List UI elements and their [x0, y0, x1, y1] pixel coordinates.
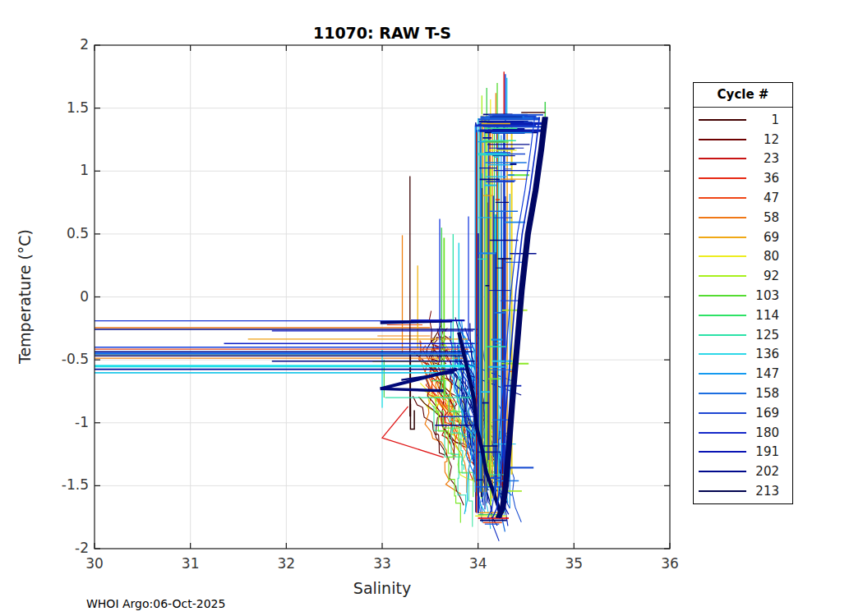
legend-entry: 114 [694, 306, 792, 325]
x-tick-label: 36 [661, 555, 679, 572]
legend-entry: 23 [694, 149, 792, 169]
y-tick-label: 1.5 [31, 99, 89, 116]
legend-line-sample [699, 490, 746, 492]
legend-entry-label: 180 [746, 425, 792, 440]
legend-box: Cycle # 11223364758698092103114125136147… [693, 82, 793, 504]
legend-line-sample [699, 432, 746, 434]
legend-line-sample [699, 412, 746, 414]
y-tick-label: 1 [31, 162, 89, 178]
legend-line-sample [699, 471, 746, 472]
legend-entry: 58 [694, 208, 792, 228]
y-tick-label: 0 [31, 288, 89, 305]
legend-entry-label: 58 [746, 210, 792, 225]
y-tick-label: -0.5 [31, 351, 89, 367]
legend-line-sample [699, 373, 746, 375]
footer-annotation: WHOI Argo:06-Oct-2025 [86, 597, 225, 610]
legend-line-sample [699, 334, 746, 336]
legend-line-sample [699, 197, 746, 199]
x-tick-label: 35 [565, 555, 584, 572]
legend-entry-label: 136 [746, 347, 792, 361]
legend-entry: 147 [694, 364, 792, 384]
legend-entry-label: 36 [746, 171, 792, 186]
legend-entry-label: 1 [746, 113, 792, 127]
legend-entry-label: 47 [746, 191, 792, 205]
x-tick-label: 31 [182, 555, 200, 572]
y-tick-label: 2 [31, 36, 89, 53]
legend-line-sample [699, 139, 746, 140]
x-tick-label: 32 [278, 555, 296, 572]
legend-entry: 158 [694, 384, 792, 403]
legend-entry: 213 [694, 481, 792, 501]
legend-entry-label: 169 [746, 406, 792, 421]
x-tick-label: 30 [85, 555, 104, 572]
grid-lines [95, 45, 670, 549]
legend-line-sample [699, 315, 746, 316]
legend-line-sample [699, 255, 746, 257]
x-tick-label: 34 [469, 555, 487, 572]
legend-entry-label: 191 [746, 444, 792, 459]
legend-entry: 69 [694, 228, 792, 247]
legend-rows: 1122336475869809210311412513614715816918… [694, 108, 792, 501]
profile-lines [95, 71, 547, 541]
legend-line-sample [699, 177, 746, 179]
legend-entry: 1 [694, 110, 792, 130]
legend-entry: 47 [694, 188, 792, 208]
legend-entry-label: 158 [746, 386, 792, 401]
legend-entry-label: 125 [746, 328, 792, 342]
y-tick-label: -1 [31, 414, 89, 430]
legend-entry-label: 12 [746, 132, 792, 147]
legend-entry-label: 147 [746, 366, 792, 381]
legend-entry: 12 [694, 130, 792, 149]
y-tick-label: -1.5 [31, 476, 89, 493]
legend-line-sample [699, 393, 746, 394]
legend-line-sample [699, 295, 746, 297]
y-tick-label: 0.5 [31, 225, 89, 241]
legend-entry: 92 [694, 266, 792, 286]
matlab-figure: 11070: RAW T-S Temperature (°C) Salinity… [0, 0, 863, 616]
legend-entry: 202 [694, 462, 792, 481]
legend-line-sample [699, 158, 746, 159]
x-axis-label: Salinity [353, 579, 411, 597]
legend-entry-label: 80 [746, 249, 792, 264]
legend-entry-label: 69 [746, 230, 792, 245]
legend-entry: 36 [694, 168, 792, 188]
legend-entry: 125 [694, 325, 792, 345]
legend-line-sample [699, 353, 746, 355]
legend-entry-label: 103 [746, 288, 792, 303]
legend-line-sample [699, 237, 746, 238]
x-tick-label: 33 [373, 555, 391, 572]
plot-title: 11070: RAW T-S [313, 24, 451, 42]
y-tick-label: -2 [31, 540, 89, 556]
legend-entry-label: 202 [746, 464, 792, 479]
legend-entry: 180 [694, 423, 792, 443]
legend-entry-label: 92 [746, 269, 792, 283]
legend-entry-label: 213 [746, 484, 792, 499]
legend-entry: 80 [694, 247, 792, 267]
legend-line-sample [699, 275, 746, 277]
legend-line-sample [699, 119, 746, 121]
legend-entry-label: 23 [746, 151, 792, 166]
legend-line-sample [699, 451, 746, 453]
legend-line-sample [699, 217, 746, 218]
legend-entry: 169 [694, 403, 792, 423]
legend-entry: 136 [694, 345, 792, 365]
legend-entry: 103 [694, 286, 792, 306]
legend-title: Cycle # [694, 83, 792, 108]
legend-entry-label: 114 [746, 308, 792, 323]
legend-entry: 191 [694, 443, 792, 462]
